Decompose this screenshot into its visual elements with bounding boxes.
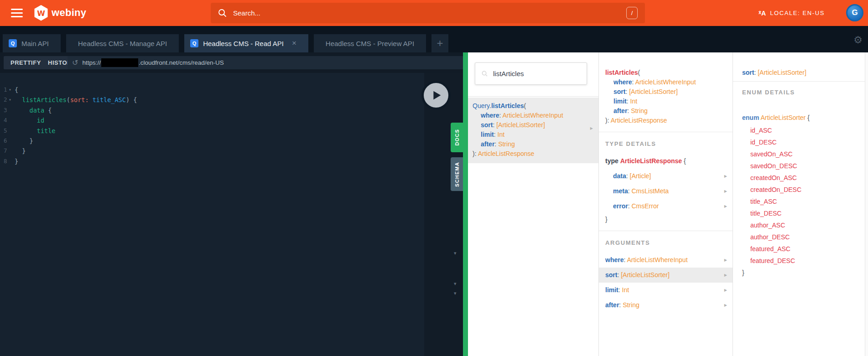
token: } — [15, 137, 33, 144]
url-prefix: https:// — [82, 59, 101, 66]
doc-line: author_DESC — [742, 231, 865, 243]
doc-line: sort: [ArticleListSorter] — [605, 87, 733, 97]
api-url-bar[interactable]: ↺ https://.cloudfront.net/cms/read/en-US — [68, 56, 463, 69]
docs-search-box[interactable] — [475, 62, 587, 85]
doc-line-text: type ArticleListResponse { — [605, 157, 686, 165]
code-text: } — [15, 146, 26, 156]
docs-tab-label: DOCS — [454, 129, 460, 146]
doc-line: limit: Int — [605, 97, 733, 106]
doc-row[interactable]: where: ArticleListWhereInput▶ — [599, 253, 733, 268]
token: ArticleListWhereInput — [502, 112, 563, 119]
token: { — [15, 86, 18, 93]
tab-headless-cms-manage-api[interactable]: Headless CMS - Manage API — [66, 34, 179, 52]
doc-line: where: ArticleListWhereInput — [605, 77, 733, 87]
doc-line-text: createdOn_ASC — [750, 174, 797, 181]
code-line: 1▾{ — [0, 85, 463, 95]
expand-arrow-icon[interactable]: ▶ — [724, 186, 727, 196]
expand-arrow-icon[interactable]: ▶ — [724, 201, 727, 211]
fold-arrow-icon[interactable]: ▾ — [6, 95, 14, 105]
hamburger-menu-icon[interactable] — [11, 9, 23, 17]
reload-icon[interactable]: ↺ — [72, 59, 78, 67]
doc-line: ): ArticleListResponse — [605, 116, 733, 125]
doc-line-text: id_ASC — [750, 127, 772, 134]
docs-side-tab[interactable]: DOCS — [451, 123, 463, 152]
code-text: { — [15, 85, 18, 95]
token: author_ASC — [750, 222, 785, 229]
url-redacted-block — [101, 58, 138, 67]
expand-arrow-icon[interactable]: ▶ — [724, 270, 727, 280]
doc-line: title_DESC — [742, 207, 865, 219]
doc-line: sort: [ArticleListSorter] — [473, 120, 598, 130]
token: title_ASC — [750, 198, 777, 205]
doc-line-text: createdOn_DESC — [750, 186, 801, 193]
docs-scrollbar[interactable] — [865, 52, 868, 356]
token: error — [613, 202, 628, 210]
tab-headless-cms-read-api[interactable]: QHeadless CMS - Read API× — [184, 34, 308, 52]
doc-line-text: limit: Int — [605, 285, 629, 295]
doc-row[interactable]: limit: Int▶ — [599, 283, 733, 298]
docs-search-input[interactable] — [493, 70, 571, 77]
code-line: 3 data { — [0, 105, 463, 115]
token: ArticleListWhereInput — [635, 78, 696, 86]
token: sort — [605, 271, 617, 279]
tab-main-api[interactable]: QMain API — [3, 34, 61, 52]
doc-row[interactable]: sort: [ArticleListSorter]▶ — [599, 268, 733, 283]
line-number: 5 — [0, 126, 6, 136]
locale-switcher[interactable]: x̄A LOCALE: EN-US — [759, 0, 825, 26]
token: Int — [622, 286, 629, 294]
doc-line-text: where: ArticleListWhereInput — [605, 255, 688, 265]
doc-line-text: savedOn_DESC — [750, 162, 797, 170]
token: [ArticleListSorter] — [758, 69, 806, 76]
expand-arrow-icon[interactable]: ▶ — [590, 126, 593, 130]
global-search-bar[interactable]: / — [211, 3, 645, 23]
argument-signature: sort: [ArticleListSorter] — [733, 52, 865, 82]
tab-label: Main API — [21, 40, 49, 47]
locale-label: LOCALE: EN-US — [770, 10, 825, 16]
docs-search-result-selected[interactable]: Query.listArticles(where: ArticleListWhe… — [468, 98, 598, 163]
webiny-logo-icon: W — [34, 5, 48, 21]
tab-headless-cms-preview-api[interactable]: Headless CMS - Preview API — [314, 34, 426, 52]
token: } — [742, 269, 744, 276]
expand-arrow-icon[interactable]: ▶ — [724, 285, 727, 295]
token: } — [605, 216, 608, 223]
docs-pane-resizer[interactable] — [463, 50, 468, 356]
token: ArticleListResponse — [611, 117, 667, 124]
token: after — [605, 301, 619, 309]
doc-line: } — [599, 215, 733, 224]
doc-line: id_ASC — [742, 124, 865, 136]
doc-line-text: Query.listArticles( — [473, 102, 526, 109]
token: sort — [742, 69, 754, 76]
doc-row[interactable]: data: [Article]▶ — [599, 169, 733, 184]
expand-arrow-icon[interactable]: ▶ — [724, 171, 727, 181]
token: ArticleListResponse — [620, 157, 682, 165]
doc-row[interactable]: meta: CmsListMeta▶ — [599, 184, 733, 199]
api-tab-bar: QMain APIHeadless CMS - Manage APIQHeadl… — [0, 26, 868, 52]
doc-row[interactable]: error: CmsError▶ — [599, 199, 733, 214]
field-signature: listArticles(where: ArticleListWhereInpu… — [599, 52, 733, 132]
token: title — [15, 127, 55, 134]
user-avatar[interactable]: G — [846, 4, 863, 21]
token: sort — [481, 121, 493, 129]
doc-line-text: ): ArticleListResponse — [473, 150, 534, 157]
execute-query-button[interactable] — [421, 81, 451, 110]
search-input[interactable] — [233, 9, 626, 17]
doc-line-text: meta: CmsListMeta — [613, 186, 669, 196]
url-suffix: .cloudfront.net/cms/read/en-US — [139, 59, 224, 66]
expand-arrow-icon[interactable]: ▶ — [724, 300, 727, 310]
doc-line-text: featured_ASC — [750, 245, 790, 253]
fold-arrow-icon[interactable]: ▾ — [6, 85, 14, 95]
tab-close-icon[interactable]: × — [292, 39, 296, 48]
query-editor[interactable]: 1▾{2▾ listArticles(sort: title_ASC) {3 d… — [0, 73, 463, 356]
doc-line-text: where: ArticleListWhereInput — [613, 78, 696, 86]
avatar-letter: G — [852, 8, 858, 17]
line-number: 1 — [0, 85, 6, 95]
line-number: 6 — [0, 136, 6, 146]
docs-column-search: Query.listArticles(where: ArticleListWhe… — [468, 52, 599, 356]
api-tabs: QMain APIHeadless CMS - Manage APIQHeadl… — [3, 34, 448, 52]
schema-side-tab[interactable]: SCHEMA — [451, 157, 463, 191]
expand-arrow-icon[interactable]: ▶ — [724, 255, 727, 265]
token: type — [605, 157, 619, 165]
new-tab-button[interactable]: + — [431, 34, 448, 52]
doc-row[interactable]: after: String▶ — [599, 298, 733, 313]
settings-gear-icon[interactable]: ⚙ — [853, 35, 863, 45]
